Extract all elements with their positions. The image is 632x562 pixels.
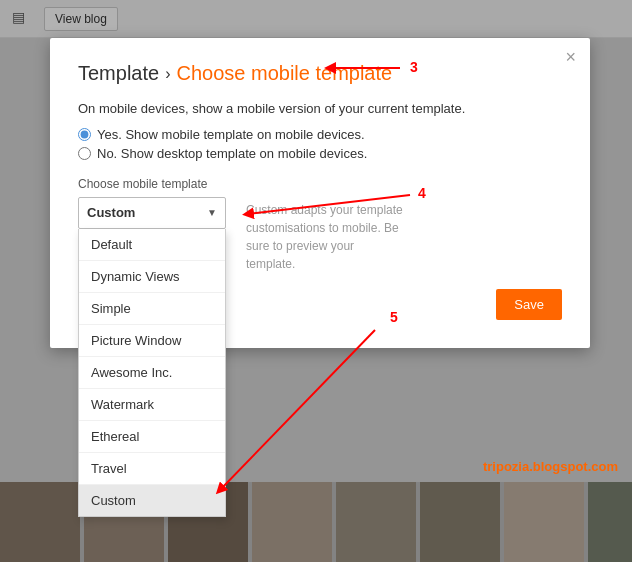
dropdown-item-dynamic-views[interactable]: Dynamic Views	[79, 261, 225, 293]
radio-yes-option[interactable]: Yes. Show mobile template on mobile devi…	[78, 127, 562, 142]
dropdown-item-watermark[interactable]: Watermark	[79, 389, 225, 421]
template-description-text: Custom adapts your template customisatio…	[246, 197, 406, 273]
dropdown-container: Custom ▼ Default Dynamic Views Simple Pi…	[78, 197, 226, 229]
radio-no-label: No. Show desktop template on mobile devi…	[97, 146, 367, 161]
radio-yes-input[interactable]	[78, 128, 91, 141]
section-label: Choose mobile template	[78, 177, 562, 191]
dropdown-item-simple[interactable]: Simple	[79, 293, 225, 325]
breadcrumb: Template › Choose mobile template	[78, 62, 562, 85]
breadcrumb-separator: ›	[165, 65, 170, 83]
radio-yes-label: Yes. Show mobile template on mobile devi…	[97, 127, 365, 142]
dropdown-item-travel[interactable]: Travel	[79, 453, 225, 485]
modal-description: On mobile devices, show a mobile version…	[78, 99, 562, 119]
template-area: Custom ▼ Default Dynamic Views Simple Pi…	[78, 197, 562, 273]
dropdown-item-default[interactable]: Default	[79, 229, 225, 261]
site-url-label: tripozia.blogspot.com	[483, 459, 618, 474]
dropdown-item-custom[interactable]: Custom	[79, 485, 225, 516]
close-button[interactable]: ×	[565, 48, 576, 66]
radio-no-input[interactable]	[78, 147, 91, 160]
dropdown-item-ethereal[interactable]: Ethereal	[79, 421, 225, 453]
dropdown-item-picture-window[interactable]: Picture Window	[79, 325, 225, 357]
breadcrumb-current: Choose mobile template	[176, 62, 392, 85]
modal-dialog: × Template › Choose mobile template On m…	[50, 38, 590, 348]
breadcrumb-template: Template	[78, 62, 159, 85]
radio-group: Yes. Show mobile template on mobile devi…	[78, 127, 562, 161]
dropdown-button[interactable]: Custom ▼	[78, 197, 226, 229]
dropdown-item-awesome-inc[interactable]: Awesome Inc.	[79, 357, 225, 389]
save-button[interactable]: Save	[496, 289, 562, 320]
dropdown-list: Default Dynamic Views Simple Picture Win…	[78, 229, 226, 517]
radio-no-option[interactable]: No. Show desktop template on mobile devi…	[78, 146, 562, 161]
chevron-down-icon: ▼	[207, 207, 217, 218]
dropdown-selected-label: Custom	[87, 205, 135, 220]
